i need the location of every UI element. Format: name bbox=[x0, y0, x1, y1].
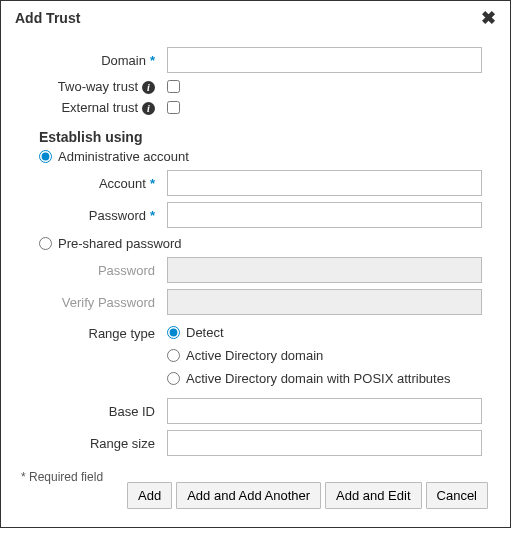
required-star: * bbox=[150, 208, 155, 223]
account-password-input[interactable] bbox=[167, 202, 482, 228]
add-button[interactable]: Add bbox=[127, 482, 172, 509]
preshared-radio[interactable] bbox=[39, 237, 52, 250]
info-icon[interactable]: i bbox=[142, 81, 155, 94]
add-and-another-button[interactable]: Add and Add Another bbox=[176, 482, 321, 509]
label-range-type: Range type bbox=[21, 325, 167, 341]
label-base-id: Base ID bbox=[21, 404, 167, 419]
dialog-header: Add Trust ✖ bbox=[1, 1, 510, 33]
required-star: * bbox=[150, 53, 155, 68]
label-account-password-text: Password bbox=[89, 208, 146, 223]
range-posix-label: Active Directory domain with POSIX attri… bbox=[186, 371, 450, 386]
range-opt-ad: Active Directory domain bbox=[167, 348, 450, 363]
row-range-type: Range type Detect Active Directory domai… bbox=[21, 325, 482, 386]
admin-account-label: Administrative account bbox=[58, 149, 189, 164]
psk-verify-input bbox=[167, 289, 482, 315]
range-posix-radio[interactable] bbox=[167, 372, 180, 385]
psk-password-input bbox=[167, 257, 482, 283]
range-opt-posix: Active Directory domain with POSIX attri… bbox=[167, 371, 450, 386]
label-two-way: Two-way trusti bbox=[21, 79, 167, 94]
row-two-way: Two-way trusti bbox=[21, 79, 482, 94]
label-psk-password: Password bbox=[21, 263, 167, 278]
label-range-size: Range size bbox=[21, 436, 167, 451]
row-psk-password: Password bbox=[21, 257, 482, 283]
dialog-title: Add Trust bbox=[15, 10, 80, 26]
range-detect-label: Detect bbox=[186, 325, 224, 340]
account-input[interactable] bbox=[167, 170, 482, 196]
establish-heading: Establish using bbox=[39, 129, 482, 145]
add-and-edit-button[interactable]: Add and Edit bbox=[325, 482, 421, 509]
preshared-label: Pre-shared password bbox=[58, 236, 182, 251]
info-icon[interactable]: i bbox=[142, 102, 155, 115]
row-range-size: Range size bbox=[21, 430, 482, 456]
required-star: * bbox=[150, 176, 155, 191]
row-preshared: Pre-shared password bbox=[39, 236, 482, 251]
range-ad-label: Active Directory domain bbox=[186, 348, 323, 363]
row-account-password: Password* bbox=[21, 202, 482, 228]
row-domain: Domain* bbox=[21, 47, 482, 73]
label-account: Account* bbox=[21, 176, 167, 191]
row-psk-verify: Verify Password bbox=[21, 289, 482, 315]
range-type-group: Detect Active Directory domain Active Di… bbox=[167, 325, 450, 386]
dialog-footer: Add Add and Add Another Add and Edit Can… bbox=[1, 482, 510, 527]
label-account-text: Account bbox=[99, 176, 146, 191]
add-trust-dialog: Add Trust ✖ Domain* Two-way trusti Exter… bbox=[0, 0, 511, 528]
label-external: External trusti bbox=[21, 100, 167, 115]
dialog-body: Domain* Two-way trusti External trusti bbox=[1, 33, 510, 490]
label-psk-verify: Verify Password bbox=[21, 295, 167, 310]
label-two-way-text: Two-way trust bbox=[58, 79, 138, 94]
label-domain-text: Domain bbox=[101, 53, 146, 68]
row-admin-account: Administrative account bbox=[39, 149, 482, 164]
range-size-input[interactable] bbox=[167, 430, 482, 456]
row-base-id: Base ID bbox=[21, 398, 482, 424]
row-account: Account* bbox=[21, 170, 482, 196]
admin-account-radio[interactable] bbox=[39, 150, 52, 163]
base-id-input[interactable] bbox=[167, 398, 482, 424]
close-icon[interactable]: ✖ bbox=[481, 9, 496, 27]
label-domain: Domain* bbox=[21, 53, 167, 68]
external-checkbox[interactable] bbox=[167, 101, 180, 114]
domain-input[interactable] bbox=[167, 47, 482, 73]
range-detect-radio[interactable] bbox=[167, 326, 180, 339]
label-account-password: Password* bbox=[21, 208, 167, 223]
cancel-button[interactable]: Cancel bbox=[426, 482, 488, 509]
two-way-checkbox[interactable] bbox=[167, 80, 180, 93]
range-ad-radio[interactable] bbox=[167, 349, 180, 362]
range-opt-detect: Detect bbox=[167, 325, 450, 340]
row-external: External trusti bbox=[21, 100, 482, 115]
label-external-text: External trust bbox=[61, 100, 138, 115]
